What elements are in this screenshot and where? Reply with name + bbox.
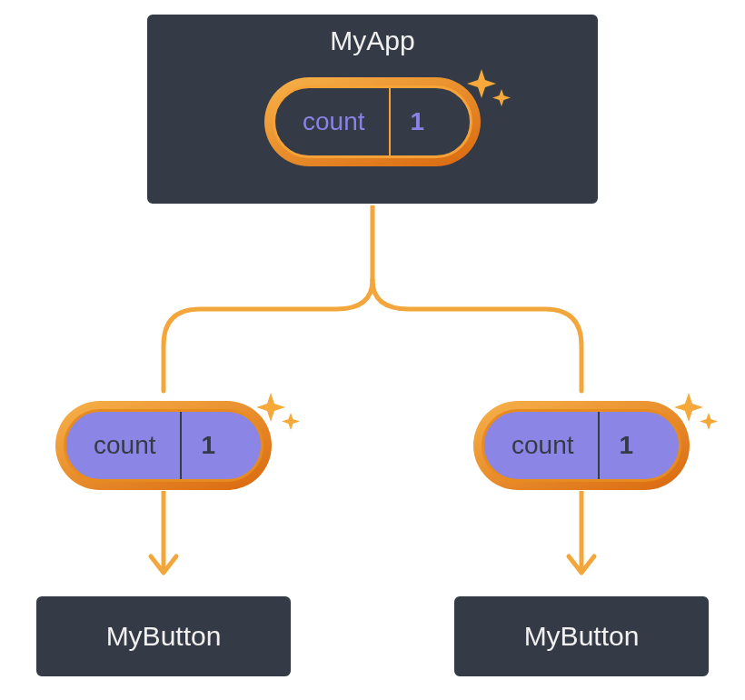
- prop-label: count: [484, 412, 598, 479]
- sparkle-icon: [253, 389, 305, 442]
- component-title: MyButton: [524, 621, 640, 652]
- state-value: 1: [389, 88, 449, 155]
- prop-value: 1: [598, 412, 658, 479]
- component-box-mybutton-right: MyButton: [452, 595, 710, 678]
- arrow-right: [554, 491, 609, 591]
- component-title: MyButton: [106, 621, 222, 652]
- prop-value: 1: [180, 412, 240, 479]
- state-pill-root: count 1: [273, 85, 472, 158]
- arrow-left: [136, 491, 191, 591]
- component-box-mybutton-left: MyButton: [35, 595, 293, 678]
- prop-pill-right: count 1: [482, 409, 681, 482]
- component-title: MyApp: [330, 25, 414, 56]
- prop-pill-left: count 1: [64, 409, 263, 482]
- sparkle-icon: [463, 65, 516, 118]
- sparkle-icon: [670, 389, 723, 442]
- prop-label: count: [66, 412, 180, 479]
- diagram-canvas: MyApp count 1 count 1 count 1: [0, 0, 745, 700]
- state-label: count: [275, 88, 389, 155]
